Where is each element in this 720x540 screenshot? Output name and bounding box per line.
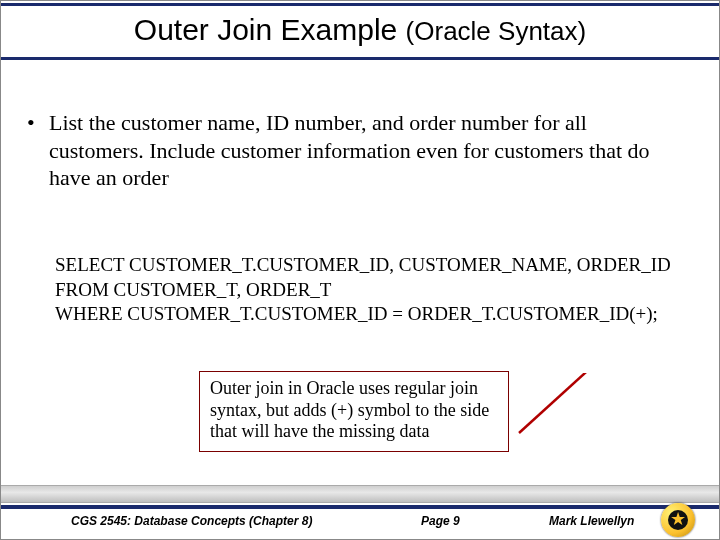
bullet-item: List the customer name, ID number, and o… (49, 109, 665, 192)
ucf-logo-icon: ★ (661, 503, 695, 537)
svg-line-1 (519, 373, 629, 433)
sql-block: SELECT CUSTOMER_T.CUSTOMER_ID, CUSTOMER_… (55, 253, 689, 327)
footer-band (1, 485, 719, 503)
title-sub: (Oracle Syntax) (406, 16, 587, 46)
sql-line-2: FROM CUSTOMER_T, ORDER_T (55, 278, 689, 303)
footer-author: Mark Llewellyn (549, 514, 634, 528)
footer: CGS 2545: Database Concepts (Chapter 8) … (1, 509, 719, 533)
bullet-text: List the customer name, ID number, and o… (49, 110, 650, 190)
arrow-icon (509, 373, 649, 443)
slide: Outer Join Example (Oracle Syntax) List … (0, 0, 720, 540)
note-box: Outer join in Oracle uses regular join s… (199, 371, 509, 452)
rule-bottom (1, 57, 719, 60)
sql-line-1: SELECT CUSTOMER_T.CUSTOMER_ID, CUSTOMER_… (55, 253, 689, 278)
note-text: Outer join in Oracle uses regular join s… (210, 378, 489, 441)
title-main: Outer Join Example (134, 13, 406, 46)
rule-top (1, 3, 719, 6)
footer-course: CGS 2545: Database Concepts (Chapter 8) (71, 514, 312, 528)
sql-line-3: WHERE CUSTOMER_T.CUSTOMER_ID = ORDER_T.C… (55, 302, 689, 327)
slide-title: Outer Join Example (Oracle Syntax) (1, 13, 719, 47)
footer-page: Page 9 (421, 514, 460, 528)
